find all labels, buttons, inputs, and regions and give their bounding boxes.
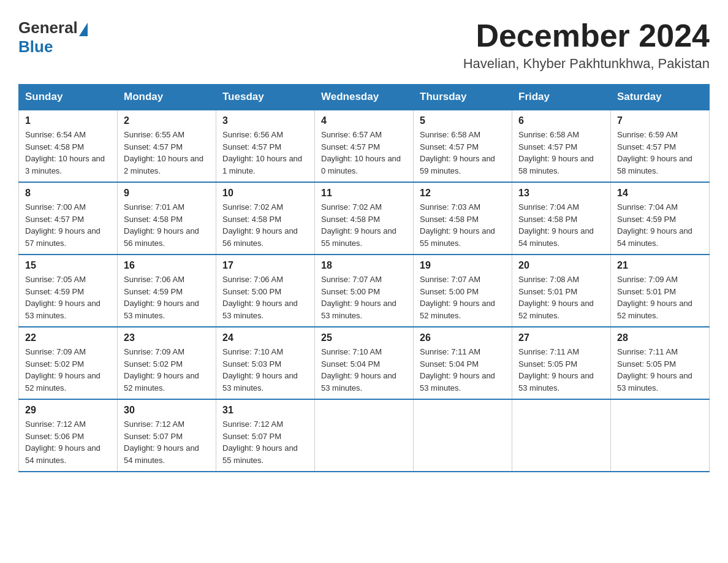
day-number: 21 <box>617 260 703 271</box>
calendar-week-row: 15 Sunrise: 7:05 AM Sunset: 4:59 PM Dayl… <box>19 255 710 327</box>
day-number: 4 <box>321 115 407 126</box>
day-info: Sunrise: 7:03 AM Sunset: 4:58 PM Dayligh… <box>420 201 506 249</box>
day-info: Sunrise: 7:09 AM Sunset: 5:01 PM Dayligh… <box>617 274 703 321</box>
calendar-cell: 22 Sunrise: 7:09 AM Sunset: 5:02 PM Dayl… <box>19 327 118 399</box>
calendar-cell: 13 Sunrise: 7:04 AM Sunset: 4:58 PM Dayl… <box>512 182 611 255</box>
calendar-cell: 27 Sunrise: 7:11 AM Sunset: 5:05 PM Dayl… <box>512 327 611 399</box>
day-number: 18 <box>321 260 407 271</box>
calendar-cell: 4 Sunrise: 6:57 AM Sunset: 4:57 PM Dayli… <box>315 110 414 182</box>
day-info: Sunrise: 6:58 AM Sunset: 4:57 PM Dayligh… <box>420 129 506 177</box>
day-info: Sunrise: 6:59 AM Sunset: 4:57 PM Dayligh… <box>617 129 703 177</box>
calendar-cell <box>414 399 512 472</box>
day-number: 30 <box>124 405 210 416</box>
day-number: 11 <box>321 188 407 199</box>
day-of-week-header: Friday <box>512 85 611 110</box>
day-info: Sunrise: 7:06 AM Sunset: 5:00 PM Dayligh… <box>222 274 308 321</box>
day-number: 13 <box>518 188 604 199</box>
day-number: 22 <box>25 332 111 343</box>
day-number: 9 <box>124 188 210 199</box>
calendar-cell: 21 Sunrise: 7:09 AM Sunset: 5:01 PM Dayl… <box>611 255 710 327</box>
day-info: Sunrise: 7:02 AM Sunset: 4:58 PM Dayligh… <box>321 201 407 249</box>
month-title: December 2024 <box>463 18 710 53</box>
day-number: 28 <box>617 332 703 343</box>
day-number: 14 <box>617 188 703 199</box>
logo: General Blue <box>18 18 88 56</box>
day-number: 7 <box>617 115 703 126</box>
calendar-cell: 14 Sunrise: 7:04 AM Sunset: 4:59 PM Dayl… <box>611 182 710 255</box>
calendar-cell: 31 Sunrise: 7:12 AM Sunset: 5:07 PM Dayl… <box>216 399 315 472</box>
day-number: 23 <box>124 332 210 343</box>
day-number: 24 <box>222 332 308 343</box>
day-info: Sunrise: 6:57 AM Sunset: 4:57 PM Dayligh… <box>321 129 407 177</box>
day-number: 12 <box>420 188 506 199</box>
day-number: 29 <box>25 405 111 416</box>
calendar-cell: 3 Sunrise: 6:56 AM Sunset: 4:57 PM Dayli… <box>216 110 315 182</box>
day-number: 19 <box>420 260 506 271</box>
calendar-cell: 25 Sunrise: 7:10 AM Sunset: 5:04 PM Dayl… <box>315 327 414 399</box>
calendar-cell: 1 Sunrise: 6:54 AM Sunset: 4:58 PM Dayli… <box>19 110 118 182</box>
day-number: 16 <box>124 260 210 271</box>
day-info: Sunrise: 7:12 AM Sunset: 5:07 PM Dayligh… <box>222 418 308 466</box>
calendar-cell: 5 Sunrise: 6:58 AM Sunset: 4:57 PM Dayli… <box>414 110 512 182</box>
day-info: Sunrise: 7:04 AM Sunset: 4:58 PM Dayligh… <box>518 201 604 249</box>
day-number: 2 <box>124 115 210 126</box>
calendar-cell: 10 Sunrise: 7:02 AM Sunset: 4:58 PM Dayl… <box>216 182 315 255</box>
day-info: Sunrise: 6:58 AM Sunset: 4:57 PM Dayligh… <box>518 129 604 177</box>
day-number: 15 <box>25 260 111 271</box>
day-of-week-header: Thursday <box>414 85 512 110</box>
calendar-cell: 17 Sunrise: 7:06 AM Sunset: 5:00 PM Dayl… <box>216 255 315 327</box>
calendar-cell: 9 Sunrise: 7:01 AM Sunset: 4:58 PM Dayli… <box>118 182 216 255</box>
calendar-week-row: 22 Sunrise: 7:09 AM Sunset: 5:02 PM Dayl… <box>19 327 710 399</box>
day-number: 25 <box>321 332 407 343</box>
day-info: Sunrise: 7:07 AM Sunset: 5:00 PM Dayligh… <box>321 274 407 321</box>
day-info: Sunrise: 7:09 AM Sunset: 5:02 PM Dayligh… <box>124 346 210 394</box>
calendar-cell: 23 Sunrise: 7:09 AM Sunset: 5:02 PM Dayl… <box>118 327 216 399</box>
day-number: 31 <box>222 405 308 416</box>
day-info: Sunrise: 7:07 AM Sunset: 5:00 PM Dayligh… <box>420 274 506 321</box>
calendar-cell: 16 Sunrise: 7:06 AM Sunset: 4:59 PM Dayl… <box>118 255 216 327</box>
calendar-cell: 28 Sunrise: 7:11 AM Sunset: 5:05 PM Dayl… <box>611 327 710 399</box>
logo-blue-text: Blue <box>18 37 53 56</box>
calendar-cell <box>611 399 710 472</box>
day-number: 10 <box>222 188 308 199</box>
calendar-cell: 24 Sunrise: 7:10 AM Sunset: 5:03 PM Dayl… <box>216 327 315 399</box>
calendar-cell: 26 Sunrise: 7:11 AM Sunset: 5:04 PM Dayl… <box>414 327 512 399</box>
day-number: 1 <box>25 115 111 126</box>
calendar-cell: 15 Sunrise: 7:05 AM Sunset: 4:59 PM Dayl… <box>19 255 118 327</box>
day-of-week-header: Tuesday <box>216 85 315 110</box>
day-info: Sunrise: 7:00 AM Sunset: 4:57 PM Dayligh… <box>25 201 111 249</box>
day-info: Sunrise: 7:10 AM Sunset: 5:04 PM Dayligh… <box>321 346 407 394</box>
day-of-week-header: Sunday <box>19 85 118 110</box>
day-info: Sunrise: 7:04 AM Sunset: 4:59 PM Dayligh… <box>617 201 703 249</box>
day-number: 8 <box>25 188 111 199</box>
logo-general-text: General <box>18 18 78 37</box>
day-number: 6 <box>518 115 604 126</box>
calendar-cell <box>315 399 414 472</box>
day-info: Sunrise: 7:11 AM Sunset: 5:04 PM Dayligh… <box>420 346 506 394</box>
calendar-cell: 8 Sunrise: 7:00 AM Sunset: 4:57 PM Dayli… <box>19 182 118 255</box>
calendar-cell: 18 Sunrise: 7:07 AM Sunset: 5:00 PM Dayl… <box>315 255 414 327</box>
calendar-cell: 11 Sunrise: 7:02 AM Sunset: 4:58 PM Dayl… <box>315 182 414 255</box>
day-info: Sunrise: 7:05 AM Sunset: 4:59 PM Dayligh… <box>25 274 111 321</box>
day-info: Sunrise: 7:12 AM Sunset: 5:06 PM Dayligh… <box>25 418 111 466</box>
day-info: Sunrise: 7:01 AM Sunset: 4:58 PM Dayligh… <box>124 201 210 249</box>
calendar-cell: 6 Sunrise: 6:58 AM Sunset: 4:57 PM Dayli… <box>512 110 611 182</box>
day-info: Sunrise: 7:02 AM Sunset: 4:58 PM Dayligh… <box>222 201 308 249</box>
calendar-cell: 29 Sunrise: 7:12 AM Sunset: 5:06 PM Dayl… <box>19 399 118 472</box>
day-info: Sunrise: 6:55 AM Sunset: 4:57 PM Dayligh… <box>124 129 210 177</box>
calendar-cell: 19 Sunrise: 7:07 AM Sunset: 5:00 PM Dayl… <box>414 255 512 327</box>
calendar-week-row: 1 Sunrise: 6:54 AM Sunset: 4:58 PM Dayli… <box>19 110 710 182</box>
calendar-cell: 7 Sunrise: 6:59 AM Sunset: 4:57 PM Dayli… <box>611 110 710 182</box>
calendar-cell: 12 Sunrise: 7:03 AM Sunset: 4:58 PM Dayl… <box>414 182 512 255</box>
day-info: Sunrise: 7:09 AM Sunset: 5:02 PM Dayligh… <box>25 346 111 394</box>
calendar-week-row: 29 Sunrise: 7:12 AM Sunset: 5:06 PM Dayl… <box>19 399 710 472</box>
day-number: 20 <box>518 260 604 271</box>
logo-triangle-icon <box>79 23 88 36</box>
day-of-week-header: Saturday <box>611 85 710 110</box>
title-section: December 2024 Havelian, Khyber Pakhtunkh… <box>463 18 710 72</box>
calendar-header-row: SundayMondayTuesdayWednesdayThursdayFrid… <box>19 85 710 110</box>
day-number: 5 <box>420 115 506 126</box>
calendar-week-row: 8 Sunrise: 7:00 AM Sunset: 4:57 PM Dayli… <box>19 182 710 255</box>
calendar-cell: 30 Sunrise: 7:12 AM Sunset: 5:07 PM Dayl… <box>118 399 216 472</box>
location-title: Havelian, Khyber Pakhtunkhwa, Pakistan <box>463 56 710 72</box>
